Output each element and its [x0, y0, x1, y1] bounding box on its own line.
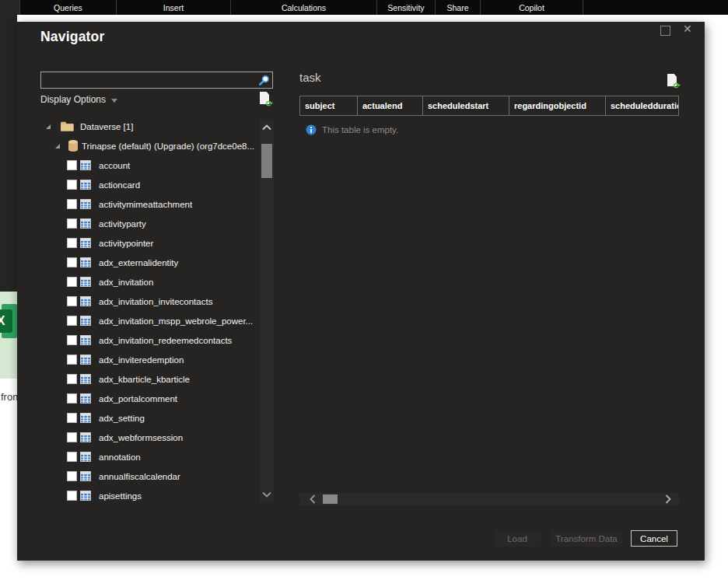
ribbon-tab-label: Queries: [54, 3, 82, 12]
navigator-dialog: Navigator ✕ Display Options ⟳: [17, 22, 705, 561]
excel-icon: X: [0, 304, 17, 341]
background-excel-card: X: [0, 292, 17, 379]
table-list-item[interactable]: adx_invitation_redeemedcontacts: [40, 330, 259, 350]
scroll-up-icon[interactable]: [262, 124, 271, 131]
chevron-down-icon: [111, 99, 117, 103]
app-window: Queries Insert Calculations Sensitivity …: [0, 0, 728, 580]
ribbon-tab-label: Calculations: [282, 3, 326, 12]
table-list-item[interactable]: annualfiscalcalendar: [40, 466, 259, 486]
search-icon[interactable]: [258, 75, 270, 86]
table-name: adx_setting: [99, 414, 145, 423]
ribbon-tab[interactable]: Sensitivity: [377, 0, 436, 15]
ribbon-tab[interactable]: Queries: [19, 0, 117, 15]
checkbox[interactable]: [67, 277, 77, 287]
folder-icon: [61, 121, 74, 131]
tree-node-dataverse[interactable]: Dataverse [1]: [40, 117, 259, 136]
table-name: adx_inviteredemption: [99, 355, 184, 365]
ribbon-tab[interactable]: Share: [436, 0, 481, 15]
table-list-item[interactable]: adx_kbarticle_kbarticle: [40, 369, 259, 389]
table-name: adx_externalidentity: [99, 258, 178, 267]
app-left-pane: [0, 15, 17, 292]
table-name: activityparty: [99, 219, 146, 229]
table-list-item[interactable]: adx_invitation: [40, 272, 259, 292]
info-icon: [306, 124, 317, 135]
tree-node-database[interactable]: Trinapse (default) (Upgrade) (org7dce0e8…: [40, 136, 259, 155]
column-header: regardingobjectid: [509, 96, 606, 115]
checkbox[interactable]: [67, 238, 77, 248]
checkbox[interactable]: [67, 355, 77, 365]
table-list-item[interactable]: account: [40, 155, 259, 175]
cancel-button[interactable]: Cancel: [631, 530, 677, 547]
ribbon-tab[interactable]: Insert: [117, 0, 231, 15]
table-list-item[interactable]: activityparty: [40, 214, 259, 233]
table-list-item[interactable]: actioncard: [40, 175, 259, 194]
search-input[interactable]: [41, 72, 272, 88]
checkbox[interactable]: [67, 335, 77, 345]
column-header: actualend: [358, 96, 423, 115]
table-name: adx_portalcomment: [99, 394, 177, 404]
search-box: [40, 72, 273, 89]
checkbox[interactable]: [67, 393, 77, 404]
table-name: annualfiscalcalendar: [99, 472, 180, 481]
ribbon-tab[interactable]: Calculations: [231, 0, 377, 15]
display-options-button[interactable]: Display Options: [40, 94, 117, 105]
table-list-item[interactable]: adx_portalcomment: [40, 389, 259, 408]
ribbon-file-stub: [0, 0, 19, 15]
table-list-item[interactable]: adx_invitation_mspp_webrole_power...: [40, 311, 259, 330]
checkbox[interactable]: [67, 296, 77, 306]
transform-data-button[interactable]: Transform Data: [551, 530, 622, 547]
table-list-item[interactable]: adx_inviteredemption: [40, 350, 259, 369]
checkbox[interactable]: [67, 160, 77, 170]
table-list-item[interactable]: activitymimeattachment: [40, 194, 259, 214]
refresh-arrows-icon: ⟳: [674, 82, 681, 90]
table-list-item[interactable]: apisettings: [40, 486, 259, 505]
maximize-icon[interactable]: [660, 26, 670, 36]
checkbox[interactable]: [67, 491, 77, 501]
expander-icon[interactable]: [45, 124, 51, 130]
checkbox[interactable]: [67, 180, 77, 190]
column-header: subject: [300, 96, 358, 115]
table-icon: [80, 374, 91, 384]
table-icon: [80, 491, 91, 501]
checkbox[interactable]: [67, 471, 77, 481]
checkbox[interactable]: [67, 432, 77, 442]
scroll-left-icon[interactable]: [310, 494, 316, 504]
scroll-down-icon[interactable]: [262, 491, 271, 498]
load-button[interactable]: Load: [494, 530, 541, 547]
table-icon: [80, 413, 91, 423]
checkbox[interactable]: [67, 316, 77, 326]
table-list-item[interactable]: adx_externalidentity: [40, 253, 259, 272]
preview-scrollbar[interactable]: [299, 493, 679, 505]
table-list-item[interactable]: adx_webformsession: [40, 428, 259, 447]
table-name: activitymimeattachment: [99, 200, 192, 209]
checkbox[interactable]: [67, 413, 77, 423]
empty-table-message: This table is empty.: [306, 124, 398, 135]
expander-icon[interactable]: [54, 143, 61, 149]
ribbon-tab[interactable]: Copilot: [481, 0, 583, 15]
checkbox[interactable]: [67, 218, 77, 229]
tree-node-label: Trinapse (default) (Upgrade) (org7dce0e8…: [82, 142, 254, 151]
checkbox[interactable]: [67, 452, 77, 462]
table-list-item[interactable]: adx_invitation_invitecontacts: [40, 292, 259, 311]
table-icon: [80, 277, 91, 287]
checkbox[interactable]: [67, 199, 77, 209]
checkbox[interactable]: [67, 257, 77, 267]
table-list: account: [40, 155, 259, 505]
table-icon: [80, 218, 91, 229]
refresh-preview-icon[interactable]: ⟳: [667, 74, 680, 90]
refresh-list-icon[interactable]: ⟳: [259, 92, 272, 108]
table-list-item[interactable]: activitypointer: [40, 233, 259, 253]
tree-scrollbar[interactable]: [260, 121, 274, 501]
scrollbar-thumb[interactable]: [323, 494, 338, 504]
close-icon[interactable]: ✕: [683, 22, 692, 36]
scrollbar-thumb[interactable]: [261, 144, 272, 178]
checkbox[interactable]: [67, 374, 77, 384]
scroll-right-icon[interactable]: [665, 494, 671, 504]
table-list-item[interactable]: annotation: [40, 447, 259, 466]
table-name: adx_invitation_redeemedcontacts: [99, 336, 232, 345]
table-icon: [80, 355, 91, 365]
tree-node-label: Dataverse [1]: [80, 122, 133, 131]
refresh-arrows-icon: ⟳: [266, 100, 273, 108]
ribbon: Queries Insert Calculations Sensitivity …: [0, 0, 728, 15]
table-list-item[interactable]: adx_setting: [40, 408, 259, 428]
